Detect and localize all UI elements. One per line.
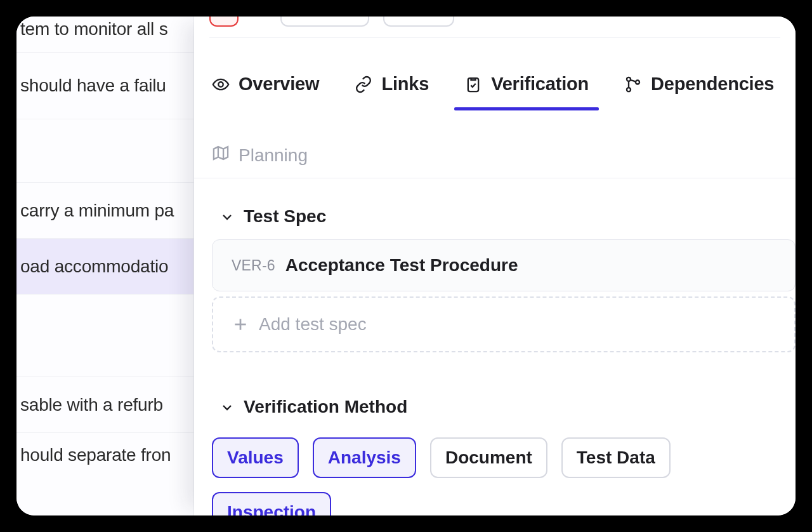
map-icon [212, 144, 230, 166]
branch-icon [624, 76, 642, 93]
tab-label: Links [381, 74, 429, 95]
chip-pill[interactable] [383, 17, 454, 27]
top-chip-row [209, 17, 780, 38]
list-item[interactable]: hould separate fron [16, 432, 193, 477]
tab-overview[interactable]: Overview [212, 74, 319, 110]
heading-text: Test Spec [244, 206, 326, 227]
svg-point-3 [627, 88, 631, 91]
section-label-text: Planning [239, 145, 308, 166]
pill-inspection[interactable]: Inspection [212, 492, 331, 515]
list-item[interactable]: carry a minimum pa [16, 182, 193, 238]
tab-label: Verification [491, 74, 589, 95]
pill-values[interactable]: Values [212, 437, 299, 478]
pill-analysis[interactable]: Analysis [313, 437, 416, 478]
add-test-spec-button[interactable]: Add test spec [212, 296, 796, 352]
list-item[interactable] [16, 294, 193, 376]
test-spec-id: VER-6 [232, 257, 275, 274]
clipboard-check-icon [464, 76, 482, 93]
list-item[interactable]: should have a failu [16, 52, 193, 119]
test-spec-title: Acceptance Test Procedure [285, 255, 518, 276]
list-item[interactable]: sable with a refurb [16, 376, 193, 432]
svg-point-4 [636, 80, 639, 84]
chevron-down-icon [219, 209, 235, 224]
eye-icon [212, 76, 230, 93]
pill-document[interactable]: Document [430, 437, 547, 478]
tab-bar: Overview Links Verification [194, 38, 796, 110]
tab-label: Overview [239, 74, 319, 95]
detail-panel: Overview Links Verification [194, 17, 796, 515]
chip-status[interactable] [209, 17, 239, 27]
heading-text: Verification Method [244, 397, 407, 417]
svg-point-2 [627, 77, 631, 81]
tab-label: Dependencies [651, 74, 774, 95]
plus-icon [232, 316, 249, 333]
planning-section-label: Planning [194, 110, 796, 178]
requirements-list: tem to monitor all s should have a failu… [16, 17, 194, 515]
svg-point-0 [218, 82, 223, 86]
test-spec-heading[interactable]: Test Spec [194, 178, 796, 239]
chip-pill[interactable] [280, 17, 369, 27]
verification-method-pills: Values Analysis Document Test Data Inspe… [194, 437, 796, 515]
add-test-spec-label: Add test spec [259, 314, 367, 335]
verification-method-heading[interactable]: Verification Method [194, 352, 796, 430]
tab-verification[interactable]: Verification [464, 74, 589, 110]
list-item[interactable]: tem to monitor all s [16, 17, 193, 52]
link-icon [355, 76, 372, 93]
test-spec-item[interactable]: VER-6 Acceptance Test Procedure [212, 239, 796, 291]
chevron-down-icon [219, 399, 235, 415]
tab-links[interactable]: Links [355, 74, 429, 110]
list-item-selected[interactable]: oad accommodatio [16, 238, 193, 294]
list-item[interactable] [16, 119, 193, 182]
pill-test-data[interactable]: Test Data [561, 437, 671, 478]
app-window: tem to monitor all s should have a failu… [16, 17, 796, 515]
tab-dependencies[interactable]: Dependencies [624, 74, 774, 110]
